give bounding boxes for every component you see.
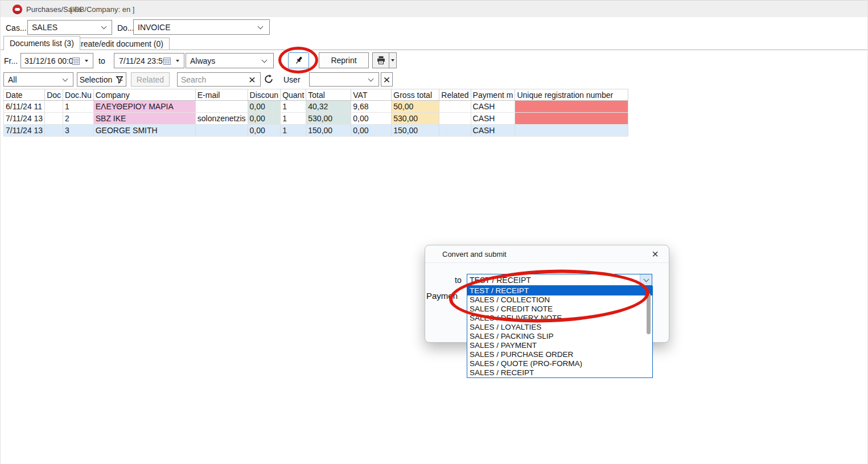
tab-create-edit-document[interactable]: Create/edit document (0)	[69, 38, 170, 50]
cashier-select[interactable]: SALES	[27, 20, 112, 35]
date-dropdown-arrow-icon[interactable]	[85, 60, 88, 62]
cell-gross[interactable]: 50,00	[392, 101, 439, 113]
calendar-icon[interactable]	[72, 58, 80, 65]
col-unique[interactable]: Unique registration number	[515, 89, 628, 101]
col-vat[interactable]: VAT	[351, 89, 392, 101]
cell-date[interactable]: 6/11/24 11	[4, 101, 45, 113]
cell-gross[interactable]: 150,00	[392, 125, 439, 137]
pin-filter-button[interactable]	[288, 52, 309, 68]
search-input[interactable]	[181, 75, 245, 84]
selection-button[interactable]: Selection	[77, 72, 126, 87]
cell-doc[interactable]	[45, 125, 63, 137]
cell-quant[interactable]: 1	[281, 125, 306, 137]
reprint-button[interactable]: Reprint	[319, 52, 369, 68]
refresh-button[interactable]	[263, 73, 274, 85]
col-doc[interactable]: Doc	[45, 89, 63, 101]
cell-total[interactable]: 150,00	[306, 125, 351, 137]
cell-company[interactable]: ΕΛΕΥΘΕΡΙΟΥ ΜΑΡΙΑ	[93, 101, 195, 113]
dropdown-item[interactable]: SALES / RECEIPT	[467, 368, 652, 377]
tab-documents-list[interactable]: Documents list (3)	[3, 36, 80, 50]
col-date[interactable]: Date	[4, 89, 45, 101]
dropdown-item[interactable]: SALES / COLLECTION	[467, 295, 652, 305]
to-date-input[interactable]: 7/11/24 23:59	[114, 53, 184, 68]
dropdown-item[interactable]: SALES / PAYMENT	[467, 341, 652, 350]
cell-vat[interactable]: 0,00	[351, 125, 392, 137]
cell-quant[interactable]: 1	[281, 101, 306, 113]
calendar-icon[interactable]	[163, 58, 171, 65]
scope-select[interactable]: All	[3, 72, 73, 87]
cell-related[interactable]	[439, 101, 471, 113]
cell-payment[interactable]: CASH	[471, 125, 515, 137]
print-options-button[interactable]	[389, 52, 397, 68]
cell-quant[interactable]: 1	[281, 113, 306, 125]
cell-total[interactable]: 40,32	[306, 101, 351, 113]
related-label: Related	[137, 75, 164, 84]
scrollbar-thumb[interactable]	[647, 293, 651, 334]
cell-company[interactable]: GEORGE SMITH	[93, 125, 195, 137]
dropdown-item[interactable]: SALES / DELIVERY NOTE	[467, 314, 652, 323]
doctype-select[interactable]: INVOICE	[133, 19, 270, 35]
cell-doc[interactable]	[45, 101, 63, 113]
dropdown-item[interactable]: SALES / CREDIT NOTE	[467, 305, 652, 314]
close-icon: ×	[383, 73, 390, 85]
cell-unique[interactable]	[515, 113, 628, 125]
cell-date[interactable]: 7/11/24 13	[4, 125, 45, 137]
cell-payment[interactable]: CASH	[471, 113, 515, 125]
cell-email[interactable]	[195, 125, 248, 137]
col-discount[interactable]: Discoun	[248, 89, 281, 101]
cell-total[interactable]: 530,00	[306, 113, 351, 125]
col-docnu[interactable]: Doc.Nu	[63, 89, 94, 101]
dropdown-item-selected[interactable]: TEST / RECEIPT	[467, 286, 652, 295]
cell-docnu[interactable]: 2	[63, 113, 94, 125]
cell-vat[interactable]: 0,00	[351, 113, 392, 125]
cell-company[interactable]: SBZ IKE	[93, 113, 195, 125]
cell-doc[interactable]	[45, 113, 63, 125]
col-email[interactable]: E-mail	[195, 89, 248, 101]
cell-discount[interactable]: 0,00	[248, 125, 281, 137]
col-payment[interactable]: Payment m	[471, 89, 515, 101]
cell-discount[interactable]: 0,00	[248, 101, 281, 113]
period-select[interactable]: Always	[186, 53, 274, 68]
cell-unique[interactable]	[515, 101, 628, 113]
col-total[interactable]: Total	[306, 89, 351, 101]
from-date-input[interactable]: 31/12/16 00:00	[20, 53, 93, 68]
cell-discount[interactable]: 0,00	[248, 113, 281, 125]
print-button[interactable]	[372, 52, 389, 68]
date-dropdown-arrow-icon[interactable]	[176, 60, 179, 62]
dropdown-item[interactable]: SALES / QUOTE (PRO-FORMA)	[467, 359, 652, 368]
user-select[interactable]	[309, 72, 379, 87]
cell-docnu[interactable]: 1	[63, 101, 94, 113]
cell-email[interactable]: solonzenetzis	[195, 113, 248, 125]
cell-gross[interactable]: 530,00	[392, 113, 439, 125]
to-label: to	[98, 56, 105, 65]
cell-unique[interactable]	[515, 125, 628, 137]
close-icon: ×	[652, 248, 659, 260]
dropdown-item[interactable]: SALES / PURCHASE ORDER	[467, 350, 652, 359]
cell-vat[interactable]: 9,68	[351, 101, 392, 113]
doctype-value: INVOICE	[138, 23, 171, 32]
dropdown-scrollbar[interactable]	[646, 292, 651, 373]
dialog-close-button[interactable]: ×	[647, 247, 663, 261]
related-button[interactable]: Related	[131, 72, 170, 87]
table-row[interactable]: 6/11/24 11 1 ΕΛΕΥΘΕΡΙΟΥ ΜΑΡΙΑ 0,00 1 40,…	[4, 101, 628, 113]
cell-payment[interactable]: CASH	[471, 101, 515, 113]
table-row[interactable]: 7/11/24 13 2 SBZ IKE solonzenetzis 0,00 …	[4, 113, 628, 125]
cell-email[interactable]	[195, 101, 248, 113]
clear-search-icon[interactable]: ×	[249, 73, 256, 85]
table-row-selected[interactable]: 7/11/24 13 3 GEORGE SMITH 0,00 1 150,00 …	[4, 125, 628, 137]
col-quant[interactable]: Quant	[281, 89, 306, 101]
dropdown-item[interactable]: SALES / PACKING SLIP	[467, 332, 652, 341]
col-related[interactable]: Related	[439, 89, 471, 101]
cell-related[interactable]	[439, 113, 471, 125]
pushpin-icon	[294, 55, 304, 65]
col-company[interactable]: Company	[93, 89, 195, 101]
cell-docnu[interactable]: 3	[63, 125, 94, 137]
combo-dropdown-button[interactable]	[640, 274, 652, 285]
cell-related[interactable]	[439, 125, 471, 137]
clear-user-button[interactable]: ×	[381, 72, 393, 87]
dropdown-item[interactable]: SALES / LOYALTIES	[467, 323, 652, 332]
convert-to-select[interactable]: TEST / RECEIPT	[467, 274, 652, 286]
cell-date[interactable]: 7/11/24 13	[4, 113, 45, 125]
col-gross[interactable]: Gross total	[392, 89, 439, 101]
user-label: User	[283, 75, 301, 84]
